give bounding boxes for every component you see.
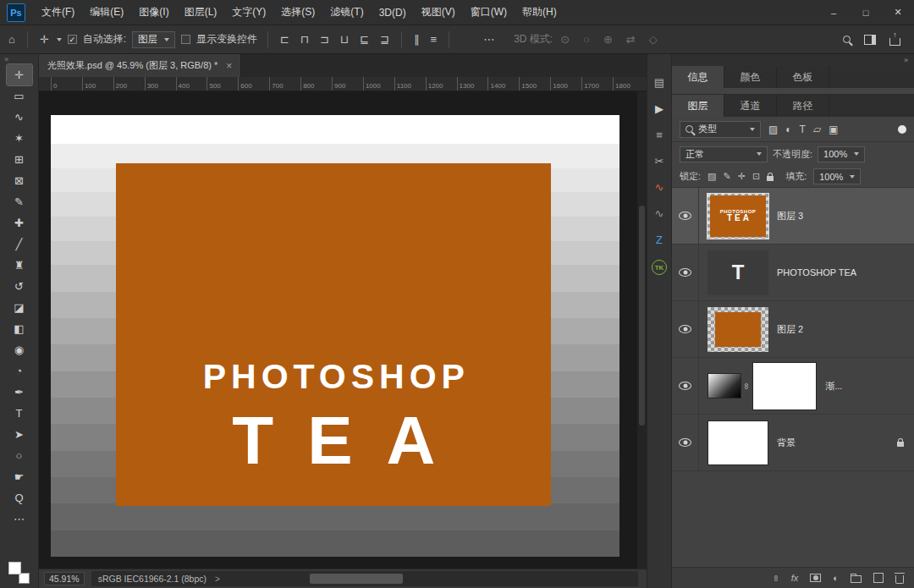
workspace-switcher-icon[interactable] (864, 35, 876, 45)
add-layer-mask-icon[interactable] (810, 574, 821, 582)
menu-item[interactable]: 视图(V) (414, 0, 463, 25)
blur-tool[interactable]: ◉ (7, 339, 32, 360)
lock-artboard-icon[interactable]: ⊡ (752, 171, 760, 182)
menu-item[interactable]: 图像(I) (131, 0, 176, 25)
more-options-button[interactable]: ⋯ (482, 33, 496, 46)
tab-paths[interactable]: 路径 (777, 95, 829, 117)
chevron-down-icon[interactable] (57, 38, 62, 41)
brush-tool[interactable]: ╱ (7, 234, 32, 255)
blend-mode-dropdown[interactable]: 正常 (680, 146, 768, 162)
menu-item[interactable]: 帮助(H) (515, 0, 564, 25)
eraser-tool[interactable]: ◪ (7, 297, 32, 318)
lock-position-icon[interactable]: ✛ (738, 171, 746, 182)
menu-item[interactable]: 文字(Y) (224, 0, 273, 25)
move-tool-icon[interactable]: ✛ (38, 33, 51, 46)
color-swatches[interactable] (8, 562, 30, 584)
auto-select-target-dropdown[interactable]: 图层 (132, 31, 175, 48)
clone-stamp-tool[interactable]: ♜ (7, 255, 32, 276)
layer-thumbnail[interactable] (708, 307, 768, 352)
new-layer-icon[interactable] (873, 573, 884, 583)
layer-visibility-toggle[interactable] (672, 188, 699, 244)
gradient-tool[interactable]: ◧ (7, 318, 32, 339)
toolbar-collapse-icon[interactable]: » (0, 55, 13, 64)
layer-thumbnail[interactable]: PHOTOSHOP TEA (708, 194, 768, 239)
lock-transparency-icon[interactable]: ▨ (708, 171, 716, 182)
menu-item[interactable]: 编辑(E) (82, 0, 131, 25)
menu-item[interactable]: 文件(F) (34, 0, 82, 25)
healing-brush-tool[interactable]: ✚ (7, 212, 32, 234)
frame-tool[interactable]: ⊠ (7, 170, 32, 191)
zoom-level-field[interactable]: 45.91% (44, 572, 85, 585)
show-transform-controls-checkbox[interactable] (181, 35, 190, 44)
distribute-horizontal-icon[interactable]: ∥ (412, 33, 421, 46)
path-selection-tool[interactable]: ➤ (7, 424, 32, 445)
text-layer-thumbnail[interactable]: T (708, 250, 768, 295)
align-top-icon[interactable]: ⊔ (339, 33, 350, 46)
hand-tool[interactable]: ☛ (7, 466, 32, 487)
tab-info[interactable]: 信息 (672, 66, 724, 88)
layer-style-icon[interactable]: fx (791, 573, 799, 583)
align-center-vertical-icon[interactable]: ⊑ (358, 33, 371, 46)
align-left-icon[interactable]: ⊏ (278, 33, 291, 46)
canvas-pasteboard[interactable]: PHOTOSHOP TEA (39, 91, 647, 569)
zoom-tool[interactable]: Q (7, 487, 32, 508)
foreground-color-swatch[interactable] (8, 562, 21, 574)
new-group-icon[interactable] (851, 575, 862, 583)
menu-item[interactable]: 选择(S) (273, 0, 322, 25)
tab-channels[interactable]: 通道 (724, 95, 777, 117)
lasso-tool[interactable]: ∿ (7, 107, 32, 128)
filter-kind-dropdown[interactable]: 类型 (680, 121, 761, 138)
layer-visibility-toggle[interactable] (672, 245, 699, 300)
tab-color[interactable]: 颜色 (724, 66, 777, 88)
pen-tool[interactable]: ✒ (7, 382, 32, 403)
eyedropper-tool[interactable]: ✎ (7, 191, 32, 212)
tool-presets-panel-icon[interactable]: ✂ (655, 155, 664, 168)
fill-dropdown[interactable]: 100% (813, 168, 861, 184)
link-layers-icon[interactable]: ∞ (772, 574, 781, 580)
edit-toolbar-button[interactable]: ⋯ (7, 508, 32, 530)
layer-name[interactable]: 图层 3 (777, 210, 803, 223)
align-center-horizontal-icon[interactable]: ⊓ (299, 33, 311, 46)
menu-item[interactable]: 3D(D) (372, 0, 414, 25)
opacity-dropdown[interactable]: 100% (818, 146, 865, 162)
libraries-panel-icon[interactable]: ▤ (654, 76, 664, 89)
layer-visibility-toggle[interactable] (672, 301, 699, 357)
new-adjustment-layer-icon[interactable]: ◐ (833, 573, 839, 583)
plugin-wave-gray-panel-icon[interactable]: ∿ (655, 207, 664, 220)
document-canvas[interactable]: PHOTOSHOP TEA (51, 115, 619, 557)
history-brush-tool[interactable]: ↺ (7, 276, 32, 297)
plugin-tk-panel-icon[interactable]: TK (652, 260, 667, 275)
vertical-scrollbar-thumb[interactable] (639, 206, 645, 425)
crop-tool[interactable]: ⊞ (7, 149, 32, 170)
distribute-vertical-icon[interactable]: ≡ (429, 33, 439, 46)
menu-item[interactable]: 滤镜(T) (322, 0, 371, 25)
filter-smart-objects-icon[interactable]: ▣ (829, 124, 838, 135)
delete-layer-icon[interactable] (895, 575, 904, 584)
layer-row-layer-3[interactable]: PHOTOSHOP TEA 图层 3 (672, 188, 914, 245)
minimize-button[interactable]: – (818, 0, 850, 25)
layer-name[interactable]: PHOTOSHOP TEA (777, 267, 856, 278)
filter-pixel-layers-icon[interactable]: ▨ (768, 124, 778, 135)
home-icon[interactable]: ⌂ (7, 33, 17, 46)
vertical-scrollbar[interactable] (637, 91, 647, 569)
layer-row-layer-2[interactable]: 图层 2 (672, 301, 914, 358)
type-tool[interactable]: T (7, 403, 32, 424)
tab-layers[interactable]: 图层 (672, 95, 724, 117)
close-tab-icon[interactable]: × (226, 60, 232, 72)
search-icon[interactable] (843, 36, 851, 43)
filter-type-layers-icon[interactable]: T (800, 124, 806, 135)
align-right-icon[interactable]: ⊐ (318, 33, 331, 46)
auto-select-checkbox[interactable] (68, 35, 77, 44)
tab-swatches[interactable]: 色板 (777, 66, 829, 88)
layer-row-photoshop-tea-text[interactable]: T PHOTOSHOP TEA (672, 245, 914, 301)
share-icon[interactable] (889, 38, 900, 46)
plugin-wave-orange-panel-icon[interactable]: ∿ (655, 181, 664, 194)
align-bottom-icon[interactable]: ⊒ (378, 33, 391, 46)
close-button[interactable]: ✕ (882, 0, 914, 25)
document-tab[interactable]: 光照效果.psd @ 45.9% (图层 3, RGB/8) * × (39, 54, 241, 77)
filter-adjustment-layers-icon[interactable]: ◐ (785, 124, 791, 135)
plugin-z-panel-icon[interactable]: Z (656, 234, 663, 246)
actions-panel-icon[interactable]: ▶ (655, 102, 663, 115)
lock-all-icon[interactable] (767, 176, 774, 181)
mask-link-icon[interactable]: ∞ (742, 382, 752, 388)
